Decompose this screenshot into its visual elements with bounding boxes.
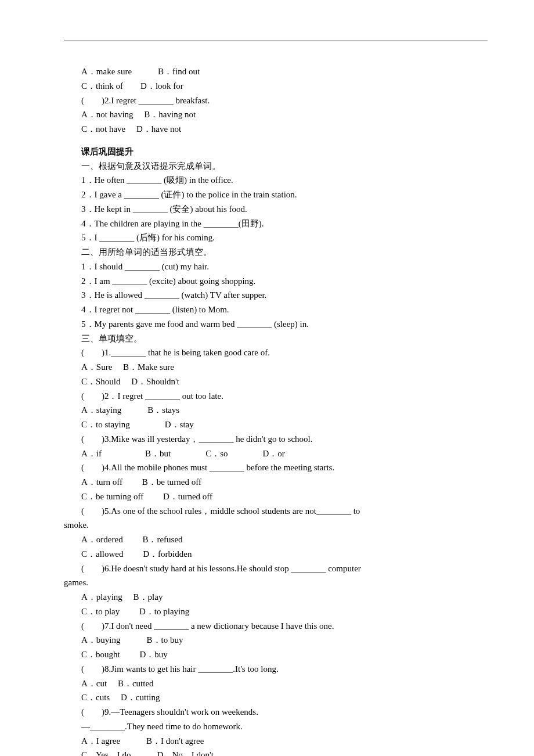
s3-q7-ab: A．buying B．to buy [64, 633, 488, 647]
s3-q9-resp: —________.They need time to do homework. [64, 719, 488, 734]
q-top-1-cd: C．think of D．look for [64, 79, 488, 93]
s3-q9-ab: A．I agree B．I don't agree [64, 734, 488, 748]
s3-q3-stem: ( )3.Mike was ill yesterday，________ he … [64, 432, 488, 447]
s3-q2-stem: ( )2．I regret ________ out too late. [64, 389, 488, 404]
s2-q3: 3．He is allowed ________ (watch) TV afte… [64, 288, 488, 303]
s3-q9-cd: C．Yes，I do D．No，I don't [64, 748, 488, 756]
s2-q1: 1．I should ________ (cut) my hair. [64, 260, 488, 274]
q-top-1-ab: A．make sure B．find out [64, 64, 488, 79]
s1-q2: 2．I gave a ________ (证件) to the police i… [64, 188, 488, 202]
s3-q5-cd: C．allowed D．forbidden [64, 547, 488, 561]
s2-q4: 4．I regret not ________ (listen) to Mom. [64, 303, 488, 317]
s1-q5: 5．I ________ (后悔) for his coming. [64, 231, 488, 245]
s3-q6-stem-b: games. [64, 575, 488, 590]
section-title: 课后巩固提升 [64, 145, 488, 159]
s3-q8-ab: A．cut B．cutted [64, 676, 488, 691]
s3-q6-ab: A．playing B．play [64, 590, 488, 604]
s3-q7-cd: C．bought D．buy [64, 647, 488, 662]
s3-q6-stem-a: ( )6.He doesn't study hard at his lesson… [64, 561, 488, 576]
s3-q4-stem: ( )4.All the mobile phones must ________… [64, 460, 488, 475]
divider-top [64, 41, 488, 41]
s3-q2-cd: C．to staying D．stay [64, 417, 488, 432]
s3-q4-ab: A．turn off B．be turned off [64, 475, 488, 489]
s3-q1-cd: C．Should D．Shouldn't [64, 375, 488, 389]
s3-q7-stem: ( )7.I don't need ________ a new diction… [64, 619, 488, 633]
s3-q1-ab: A．Sure B．Make sure [64, 360, 488, 375]
s3-q4-cd: C．be turning off D．turned off [64, 489, 488, 504]
s1-heading: 一、根据句意及汉语提示完成单词。 [64, 159, 488, 174]
s2-heading: 二、用所给单词的适当形式填空。 [64, 245, 488, 260]
s3-q8-stem: ( )8.Jim wants to get his hair ________.… [64, 662, 488, 676]
s3-q6-cd: C．to play D．to playing [64, 604, 488, 619]
s2-q2: 2．I am ________ (excite) about going sho… [64, 274, 488, 289]
s1-q3: 3．He kept in ________ (安全) about his foo… [64, 202, 488, 217]
q-top-2-ab: A．not having B．having not [64, 107, 488, 122]
s3-q2-ab: A．staying B．stays [64, 403, 488, 417]
s2-q5: 5．My parents gave me food and warm bed _… [64, 317, 488, 332]
q-top-2-stem: ( )2.I regret ________ breakfast. [64, 93, 488, 108]
s3-q5-stem-b: smoke. [64, 518, 488, 532]
s3-q5-stem-a: ( )5.As one of the school rules，middle s… [64, 504, 488, 519]
s3-q1-stem: ( )1.________ that he is being taken goo… [64, 345, 488, 360]
s3-q5-ab: A．ordered B．refused [64, 532, 488, 547]
s3-q3-opts: A．if B．but C．so D．or [64, 447, 488, 461]
s3-q8-cd: C．cuts D．cutting [64, 690, 488, 705]
s1-q1: 1．He often ________ (吸烟) in the office. [64, 173, 488, 188]
s1-q4: 4．The children are playing in the ______… [64, 217, 488, 231]
s3-q9-stem: ( )9.—Teenagers shouldn't work on weeken… [64, 705, 488, 719]
s3-heading: 三、单项填空。 [64, 332, 488, 346]
q-top-2-cd: C．not have D．have not [64, 122, 488, 136]
